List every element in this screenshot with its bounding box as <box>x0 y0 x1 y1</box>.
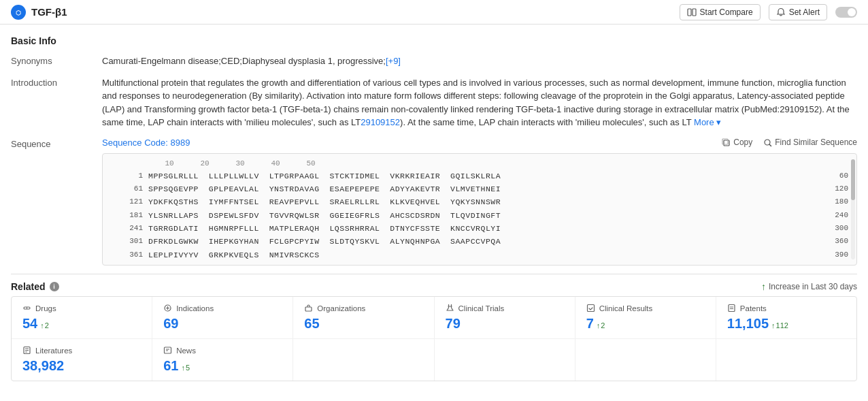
stat-number: 61 <box>163 358 178 374</box>
header-left: ⬡ TGF-β1 <box>11 5 67 20</box>
stat-change: ↑5 <box>181 364 190 372</box>
related-info-icon[interactable]: i <box>50 282 59 291</box>
stat-cell[interactable]: Organizations 65 <box>293 297 434 338</box>
arrow-up-icon: ↑ <box>771 321 775 330</box>
svg-rect-12 <box>587 304 594 311</box>
stat-cell-empty <box>575 339 716 381</box>
seq-letters: LEPLPIVYYV GRKPKVEQLS NMIVRSCKCS <box>148 249 821 261</box>
seq-num-right: 300 <box>821 223 848 235</box>
stat-cell[interactable]: News 61 ↑5 <box>152 339 293 381</box>
pubmed-link[interactable]: 29109152 <box>361 117 400 127</box>
related-section: Related i ↑ Increase in Last 30 days Dru… <box>11 274 857 381</box>
stat-cell-empty <box>293 339 434 381</box>
stat-value-row: 61 ↑5 <box>163 358 282 374</box>
related-title: Related <box>11 281 46 292</box>
more-link[interactable]: More ▾ <box>694 117 721 127</box>
indication-icon <box>163 304 173 313</box>
stat-cell-empty <box>716 339 856 381</box>
sequence-label: Sequence <box>11 138 86 266</box>
stat-label: Organizations <box>304 304 422 313</box>
alert-icon <box>776 7 786 17</box>
arrow-up-icon: ↑ <box>40 321 44 330</box>
arrow-up-icon: ↑ <box>761 281 766 292</box>
seq-num-right: 180 <box>821 196 848 208</box>
stat-value-row: 69 <box>163 316 282 332</box>
seq-num-left: 301 <box>111 236 148 248</box>
stat-cell[interactable]: Patents 11,105 ↑112 <box>716 297 856 338</box>
svg-rect-10 <box>305 307 312 311</box>
stat-change: ↑112 <box>771 321 788 330</box>
stat-cell[interactable]: Indications 69 <box>152 297 293 338</box>
app-logo: ⬡ <box>11 5 26 20</box>
stat-cell[interactable]: Literatures 38,982 <box>12 339 152 381</box>
set-alert-button[interactable]: Set Alert <box>769 4 827 20</box>
compare-icon <box>687 7 697 17</box>
seq-letters: YDKFKQSTHS IYMFFNTSEL REAVPEPVLL SRAELRL… <box>148 196 821 208</box>
seq-letters: DFRKDLGWKW IHEPKGYHAN FCLGPCPYIW SLDTQYS… <box>148 236 821 248</box>
copy-icon <box>722 138 731 147</box>
header-right: Start Compare Set Alert <box>680 4 857 20</box>
seq-row: 121YDKFKQSTHS IYMFFNTSEL REAVPEPVLL SRAE… <box>111 196 848 208</box>
sequence-header: Sequence Code: 8989 Copy <box>102 138 857 148</box>
stat-number: 11,105 <box>727 316 769 332</box>
seq-num-right: 360 <box>821 236 848 248</box>
stat-change: ↑2 <box>40 321 49 330</box>
seq-scrollbar[interactable] <box>851 159 855 259</box>
stat-cell[interactable]: Clinical Results 7 ↑2 <box>575 297 716 338</box>
introduction-value: Multifunctional protein that regulates t… <box>102 76 857 129</box>
seq-scrollbar-thumb <box>851 159 855 200</box>
stat-value-row: 54 ↑2 <box>22 316 141 332</box>
basic-info-title: Basic Info <box>11 35 857 46</box>
stats-grid: Drugs 54 ↑2 Indications 69 Organizations… <box>11 296 857 381</box>
news-icon <box>163 346 173 355</box>
find-similar-button[interactable]: Find Similar Sequence <box>763 138 857 147</box>
stat-label: Literatures <box>22 346 141 355</box>
copy-button[interactable]: Copy <box>722 138 752 147</box>
stat-cell[interactable]: Drugs 54 ↑2 <box>12 297 152 338</box>
lit-icon <box>22 346 32 355</box>
seq-row: 181YLSNRLLAPS DSPEWLSFDV TGVVRQWLSR GGEI… <box>111 210 848 222</box>
result-icon <box>586 304 596 313</box>
stat-label: Clinical Trials <box>446 304 564 313</box>
seq-letters: SPPSQGEVPP GPLPEAVLAL YNSTRDAVAG ESAEPEP… <box>148 183 821 195</box>
stat-label: News <box>163 346 282 355</box>
stat-value-row: 11,105 ↑112 <box>727 316 846 332</box>
stat-number: 38,982 <box>22 358 64 374</box>
arrow-up-icon: ↑ <box>597 321 601 330</box>
stat-label: Clinical Results <box>586 304 705 313</box>
related-header: Related i ↑ Increase in Last 30 days <box>11 274 857 296</box>
sequence-code-link[interactable]: Sequence Code: 8989 <box>102 138 190 148</box>
synonyms-more-link[interactable]: [+9] <box>386 56 401 66</box>
drug-icon <box>22 304 32 313</box>
synonyms-row: Synonyms Camurati-Engelmann disease;CED;… <box>11 54 857 68</box>
seq-num-right: 390 <box>821 249 848 261</box>
seq-num-left: 241 <box>111 223 148 235</box>
synonyms-label: Synonyms <box>11 54 86 68</box>
stat-value-row: 7 ↑2 <box>586 316 705 332</box>
stat-label: Patents <box>727 304 846 313</box>
seq-num-left: 121 <box>111 196 148 208</box>
stats-row-2: Literatures 38,982 News 61 ↑5 <box>12 339 856 381</box>
trial-icon <box>446 304 455 313</box>
seq-letters: TGRRGDLATI HGMNRPFLLL MATPLERAQH LQSSRHR… <box>148 223 821 235</box>
svg-rect-13 <box>729 304 735 311</box>
patent-icon <box>727 304 737 313</box>
stat-cell[interactable]: Clinical Trials 79 <box>435 297 575 338</box>
seq-num-left: 61 <box>111 183 148 195</box>
stat-value-row: 79 <box>446 316 564 332</box>
svg-rect-3 <box>692 9 696 16</box>
seq-row: 1MPPSGLRLLL LLLPLLWLLV LTPGRPAAGL STCKTI… <box>111 170 848 182</box>
seq-num-right: 120 <box>821 183 848 195</box>
stat-cell-empty <box>435 339 575 381</box>
seq-letters: YLSNRLLAPS DSPEWLSFDV TGVVRQWLSR GGEIEGF… <box>148 210 821 222</box>
header: ⬡ TGF-β1 Start Compare Set Alert <box>0 0 868 25</box>
sequence-box[interactable]: 10 20 30 40 50 1MPPSGLRLLL LLLPLLWLLV LT… <box>102 153 857 266</box>
svg-rect-5 <box>722 139 728 144</box>
start-compare-button[interactable]: Start Compare <box>680 4 761 20</box>
stats-row-1: Drugs 54 ↑2 Indications 69 Organizations… <box>12 297 856 339</box>
basic-info-section: Basic Info Synonyms Camurati-Engelmann d… <box>11 35 857 266</box>
toggle-switch[interactable] <box>835 7 857 18</box>
sequence-actions: Copy Find Similar Sequence <box>722 138 857 147</box>
arrow-up-icon: ↑ <box>181 364 185 372</box>
stat-number: 79 <box>446 316 461 332</box>
